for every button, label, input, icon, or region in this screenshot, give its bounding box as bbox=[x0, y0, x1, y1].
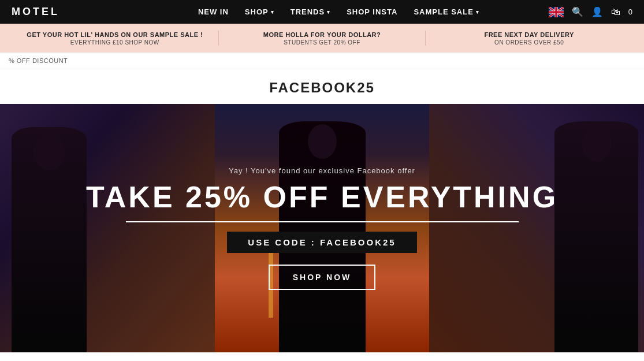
nav-links: NEW IN SHOP ▾ TRENDS ▾ SHOP INSTA SAMPLE… bbox=[198, 8, 479, 16]
coupon-title-bar: FACEBOOK25 bbox=[0, 69, 644, 104]
discount-text: % OFF DISCOUNT bbox=[9, 57, 68, 64]
nav-right: 🔍 👤 🛍 0 bbox=[549, 6, 632, 17]
hero-section: Yay ! You've found our exclusive Faceboo… bbox=[0, 104, 644, 352]
nav-item-shop[interactable]: SHOP ▾ bbox=[245, 8, 274, 16]
cart-icon[interactable]: 🛍 bbox=[611, 7, 620, 17]
nav-item-shop-insta[interactable]: SHOP INSTA bbox=[347, 8, 397, 16]
promo-sub-1: EVERYTHING £10 SHOP NOW bbox=[12, 39, 218, 46]
promo-sub-3: ON ORDERS OVER £50 bbox=[426, 39, 632, 46]
hero-overlay: Yay ! You've found our exclusive Faceboo… bbox=[0, 104, 644, 352]
uk-flag-icon[interactable] bbox=[549, 7, 564, 17]
promo-sub-2: STUDENTS GET 20% OFF bbox=[219, 39, 426, 46]
coupon-code-title: FACEBOOK25 bbox=[0, 80, 644, 96]
nav-item-sample-sale[interactable]: SAMPLE SALE ▾ bbox=[414, 8, 479, 16]
user-icon[interactable]: 👤 bbox=[591, 6, 603, 17]
main-nav: MOTEL NEW IN SHOP ▾ TRENDS ▾ SHOP INSTA bbox=[0, 0, 644, 24]
search-icon[interactable]: 🔍 bbox=[572, 6, 583, 17]
promo-banner: GET YOUR HOT LIL' HANDS ON OUR SAMPLE SA… bbox=[0, 24, 644, 53]
hero-sub-text: Yay ! You've found our exclusive Faceboo… bbox=[229, 166, 415, 175]
promo-title-3: FREE NEXT DAY DELIVERY bbox=[426, 31, 632, 39]
chevron-down-icon: ▾ bbox=[327, 9, 330, 15]
hero-headline: TAKE 25% OFF EVERYTHING bbox=[86, 182, 558, 212]
promo-item-sale[interactable]: GET YOUR HOT LIL' HANDS ON OUR SAMPLE SA… bbox=[12, 31, 218, 46]
chevron-down-icon: ▾ bbox=[271, 9, 274, 15]
chevron-down-icon: ▾ bbox=[476, 9, 479, 15]
nav-item-trends[interactable]: TRENDS ▾ bbox=[291, 8, 330, 16]
cart-count[interactable]: 0 bbox=[628, 8, 632, 16]
promo-item-students[interactable]: MORE HOLLA FOR YOUR DOLLAR? STUDENTS GET… bbox=[218, 31, 426, 46]
hero-shop-button[interactable]: SHOP NOW bbox=[269, 265, 376, 290]
promo-item-delivery[interactable]: FREE NEXT DAY DELIVERY ON ORDERS OVER £5… bbox=[425, 31, 632, 46]
hero-divider bbox=[126, 221, 519, 222]
promo-title-2: MORE HOLLA FOR YOUR DOLLAR? bbox=[219, 31, 426, 39]
discount-bar: % OFF DISCOUNT bbox=[0, 53, 644, 69]
logo[interactable]: MOTEL bbox=[12, 6, 59, 18]
nav-item-new-in[interactable]: NEW IN bbox=[198, 8, 229, 16]
hero-code-box: USE CODE : FACEBOOK25 bbox=[227, 232, 416, 253]
promo-title-1: GET YOUR HOT LIL' HANDS ON OUR SAMPLE SA… bbox=[12, 31, 218, 39]
